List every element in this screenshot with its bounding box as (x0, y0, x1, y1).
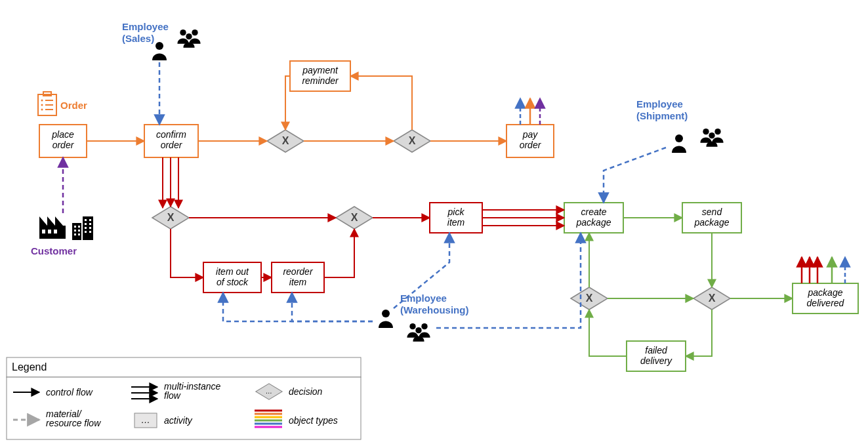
gateway-pkg-2: X (693, 287, 730, 310)
svg-text:Legend: Legend (12, 361, 47, 373)
activity-pick-item: pickitem (430, 203, 482, 233)
svg-text:X: X (586, 293, 593, 304)
activity-failed-delivery: faileddelivery (627, 341, 686, 371)
employee-sales-icon (152, 30, 201, 60)
svg-text:…: … (266, 388, 272, 395)
edge-gw2-to-reminder (350, 76, 412, 130)
activity-pay-order: payorder (506, 125, 554, 157)
edge-wh-to-oos (223, 293, 373, 321)
svg-text:…: … (141, 415, 150, 425)
svg-text:packagedelivered: packagedelivered (807, 287, 845, 308)
activity-payment-reminder: paymentreminder (290, 61, 350, 91)
gateway-item-2: X (336, 207, 373, 229)
gateway-order-2: X (394, 130, 430, 152)
svg-text:placeorder: placeorder (51, 129, 74, 150)
edge-reorder-to-gw2 (324, 229, 354, 277)
activity-package-delivered: packagedelivered (793, 283, 858, 314)
activity-reorder-item: reorderitem (272, 262, 324, 293)
employee-sales-label: Employee(Sales) (122, 21, 169, 44)
customer-label: Customer (31, 245, 77, 256)
svg-text:paymentreminder: paymentreminder (302, 65, 339, 86)
legend: Legend control flow material/resource fl… (7, 357, 361, 439)
gateway-item-1: X (152, 207, 189, 229)
order-icon (38, 92, 56, 115)
edge-gw2-to-failed (686, 310, 712, 356)
svg-text:decision: decision (289, 386, 323, 397)
svg-text:X: X (409, 135, 416, 146)
svg-rect-57 (7, 357, 361, 377)
employee-shipment-label: Employee(Shipment) (636, 98, 688, 121)
svg-text:X: X (167, 212, 175, 223)
activity-confirm-order: confirmorder (144, 125, 198, 157)
svg-text:X: X (282, 135, 289, 146)
svg-text:createpackage: createpackage (576, 207, 611, 228)
edge-ship-to-create (604, 148, 666, 203)
edge-wh-to-reorder (292, 293, 373, 321)
svg-text:X: X (351, 212, 358, 223)
activity-place-order: placeorder (39, 125, 87, 157)
employee-shipment-icon (672, 129, 724, 153)
svg-text:control flow: control flow (46, 387, 93, 397)
order-label: Order (60, 100, 87, 111)
svg-text:pickitem: pickitem (447, 207, 465, 228)
activity-create-package: createpackage (564, 203, 623, 233)
employee-warehousing-label: Employee(Warehousing) (400, 293, 468, 315)
svg-text:activity: activity (164, 415, 193, 426)
gateway-order-1: X (267, 130, 304, 152)
activity-send-package: sendpackage (682, 203, 741, 233)
edge-failed-to-gw1 (589, 310, 627, 356)
svg-text:item outof stock: item outof stock (216, 266, 249, 287)
gateway-pkg-1: X (571, 287, 608, 310)
edge-itemgw1-to-oos (171, 229, 203, 277)
edge-reminder-to-gw1 (285, 76, 290, 130)
svg-text:X: X (709, 293, 716, 304)
customer-icon (39, 216, 93, 240)
svg-text:object types: object types (289, 415, 338, 426)
activity-item-out-of-stock: item outof stock (203, 262, 261, 293)
